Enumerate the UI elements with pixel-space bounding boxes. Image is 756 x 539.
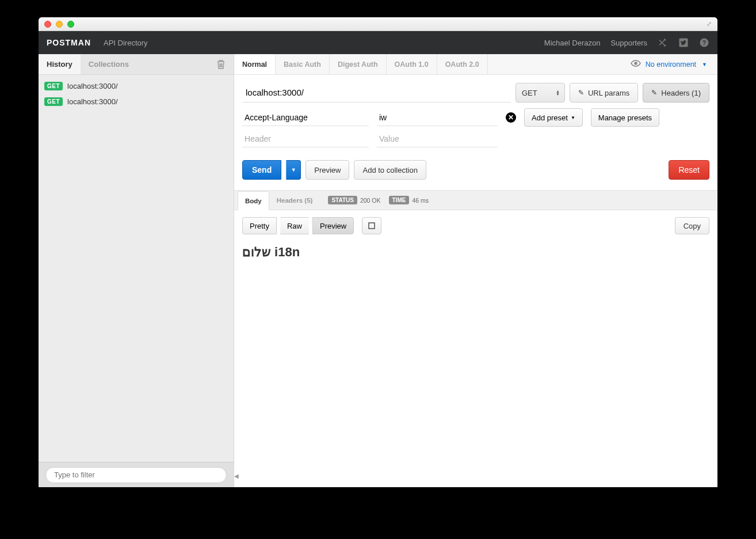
remove-header-icon[interactable]: ✕ — [506, 112, 516, 123]
api-directory-link[interactable]: API Directory — [104, 39, 148, 47]
send-button[interactable]: Send — [242, 160, 281, 180]
response-content: שלום i18n — [242, 245, 300, 259]
method-value: GET — [522, 89, 537, 97]
method-select[interactable]: GET ▲▼ — [516, 83, 565, 103]
sidebar: History Collections GET localhost:3000/ … — [39, 54, 234, 487]
history-list: GET localhost:3000/ GET localhost:3000/ — [39, 75, 234, 487]
response-body: שלום i18n — [234, 241, 717, 268]
close-window-icon[interactable] — [44, 21, 51, 28]
app-window: ⤢ POSTMAN API Directory Michael Derazon … — [39, 17, 717, 487]
environment-label: No environment — [646, 60, 696, 69]
svg-text:?: ? — [702, 39, 706, 46]
method-badge: GET — [44, 82, 63, 90]
filter-bar — [39, 462, 234, 487]
method-badge: GET — [44, 97, 63, 106]
expand-icon[interactable]: ⤢ — [707, 20, 712, 28]
titlebar: ⤢ — [39, 17, 717, 31]
environment-selector[interactable]: No environment ▼ — [620, 54, 717, 74]
preview-request-button[interactable]: Preview — [306, 160, 349, 180]
response-view-toolbar: Pretty Raw Preview Copy — [234, 210, 717, 241]
headers-button[interactable]: ✎ Headers (1) — [643, 83, 709, 103]
auth-tabs: Normal Basic Auth Digest Auth OAuth 1.0 … — [234, 54, 717, 75]
settings-icon[interactable] — [658, 37, 668, 48]
tab-basic-auth[interactable]: Basic Auth — [276, 54, 330, 74]
topbar: POSTMAN API Directory Michael Derazon Su… — [39, 31, 717, 54]
history-url: localhost:3000/ — [67, 82, 117, 90]
chevron-down-icon: ▼ — [702, 62, 707, 67]
tab-history[interactable]: History — [39, 54, 81, 74]
tab-response-headers[interactable]: Headers (5) — [269, 191, 320, 210]
filter-input[interactable] — [45, 467, 227, 483]
copy-button[interactable]: Copy — [675, 217, 709, 234]
url-params-button[interactable]: ✎ URL params — [570, 83, 638, 103]
add-to-collection-button[interactable]: Add to collection — [354, 160, 426, 180]
stepper-icon: ▲▼ — [556, 90, 560, 96]
main-panel: Normal Basic Auth Digest Auth OAuth 1.0 … — [234, 54, 717, 487]
header-key-input-empty[interactable] — [242, 130, 369, 147]
time-value: 46 ms — [412, 197, 429, 204]
twitter-icon[interactable] — [678, 37, 689, 48]
send-dropdown-button[interactable]: ▼ — [286, 160, 301, 180]
tab-collections[interactable]: Collections — [81, 54, 137, 74]
preview-response-button[interactable]: Preview — [312, 217, 354, 234]
header-value-input-empty[interactable] — [377, 130, 498, 147]
fullscreen-icon[interactable] — [362, 217, 381, 234]
user-link[interactable]: Michael Derazon — [544, 39, 601, 47]
tab-normal[interactable]: Normal — [234, 54, 276, 74]
collapse-sidebar-icon[interactable]: ◀ — [234, 473, 239, 479]
sidebar-tabs: History Collections — [39, 54, 234, 75]
time-label: TIME — [389, 196, 410, 204]
tab-digest-auth[interactable]: Digest Auth — [330, 54, 387, 74]
trash-icon[interactable] — [208, 54, 234, 74]
tab-body[interactable]: Body — [238, 191, 269, 210]
tab-oauth2[interactable]: OAuth 2.0 — [437, 54, 488, 74]
request-area: GET ▲▼ ✎ URL params ✎ Headers (1) — [234, 75, 717, 191]
eye-icon — [631, 60, 641, 69]
history-url: localhost:3000/ — [67, 97, 117, 106]
supporters-link[interactable]: Supporters — [610, 39, 647, 47]
raw-button[interactable]: Raw — [280, 217, 309, 234]
reset-button[interactable]: Reset — [669, 160, 709, 180]
help-icon[interactable]: ? — [699, 37, 709, 48]
brand-logo: POSTMAN — [47, 38, 91, 47]
history-item[interactable]: GET localhost:3000/ — [39, 78, 234, 94]
manage-presets-button[interactable]: Manage presets — [591, 108, 659, 127]
edit-icon: ✎ — [651, 89, 657, 97]
url-input[interactable] — [242, 83, 511, 103]
add-preset-button[interactable]: Add preset ▼ — [524, 108, 583, 127]
svg-rect-4 — [369, 223, 375, 229]
edit-icon: ✎ — [578, 89, 584, 97]
history-item[interactable]: GET localhost:3000/ — [39, 94, 234, 109]
chevron-down-icon: ▼ — [571, 115, 575, 120]
svg-point-3 — [635, 62, 637, 64]
tab-oauth1[interactable]: OAuth 1.0 — [387, 54, 437, 74]
header-value-input[interactable] — [377, 109, 498, 126]
zoom-window-icon[interactable] — [67, 21, 74, 28]
pretty-button[interactable]: Pretty — [242, 217, 277, 234]
status-label: STATUS — [328, 196, 357, 204]
headers-editor: ✕ Add preset ▼ Manage presets — [242, 108, 709, 147]
response-tabs: Body Headers (5) STATUS 200 OK TIME 46 m… — [234, 191, 717, 210]
status-value: 200 OK — [360, 197, 381, 204]
header-key-input[interactable] — [242, 109, 369, 126]
minimize-window-icon[interactable] — [56, 21, 63, 28]
